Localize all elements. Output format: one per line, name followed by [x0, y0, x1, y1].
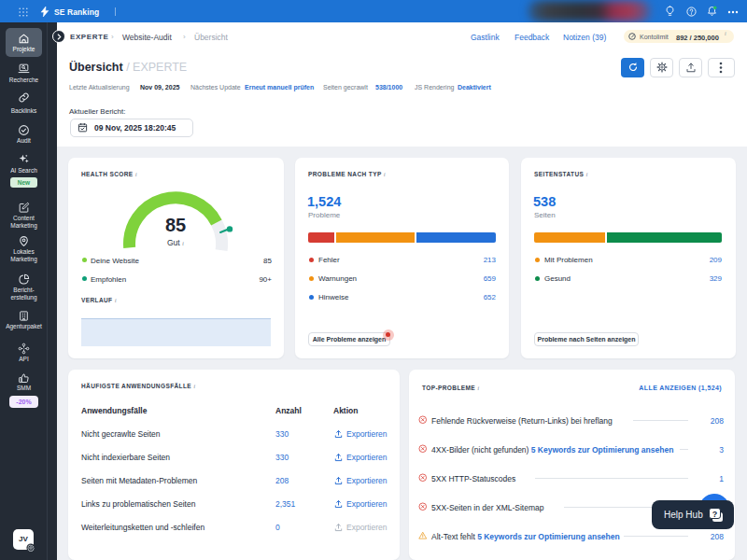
svg-text:?: ? [712, 510, 718, 519]
